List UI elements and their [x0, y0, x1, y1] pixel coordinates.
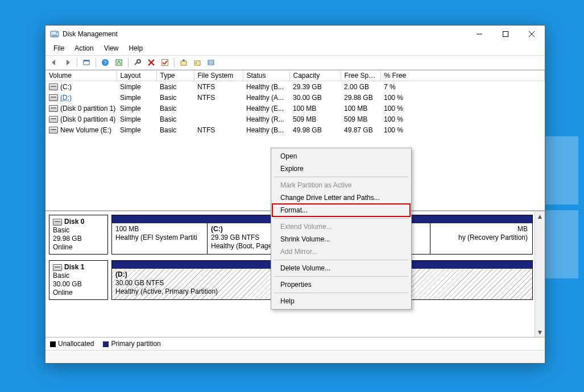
table-row[interactable]: (C:)SimpleBasicNTFSHealthy (B...29.39 GB… — [45, 81, 545, 93]
col-layout[interactable]: Layout — [117, 70, 156, 81]
check-button[interactable] — [159, 57, 171, 68]
drive-icon — [49, 105, 58, 112]
close-button[interactable] — [519, 26, 545, 43]
scroll-up-icon[interactable]: ▲ — [535, 211, 545, 221]
titlebar[interactable]: Disk Management — [45, 26, 545, 43]
legend-swatch-primary — [103, 341, 109, 347]
vertical-scrollbar[interactable]: ▲ ▼ — [535, 211, 545, 337]
cm-open[interactable]: Open — [272, 150, 410, 162]
disk0-partition-1[interactable]: 100 MB Healthy (EFI System Partiti — [112, 223, 208, 254]
action-wizard-button[interactable] — [113, 57, 125, 68]
disk-0-label[interactable]: Disk 0 Basic 29.98 GB Online — [49, 215, 108, 255]
list-button[interactable] — [205, 57, 217, 68]
volume-layout: Simple — [117, 92, 156, 103]
disk-0-type: Basic — [53, 226, 104, 235]
app-icon — [50, 30, 59, 39]
cm-help[interactable]: Help — [272, 295, 410, 307]
menu-action[interactable]: Action — [70, 44, 98, 53]
volume-status: Healthy (B... — [243, 124, 289, 135]
cm-change-letter[interactable]: Change Drive Letter and Paths... — [272, 191, 410, 204]
disk-1-size: 30.00 GB — [53, 280, 104, 289]
cm-mark-active: Mark Partition as Active — [272, 179, 410, 191]
disk-1-label[interactable]: Disk 1 Basic 30.00 GB Online — [49, 260, 108, 300]
legend-swatch-unallocated — [50, 341, 56, 347]
col-pct-free[interactable]: % Free — [380, 70, 545, 81]
disk-0-size: 29.98 GB — [53, 235, 104, 243]
disk-1-state: Online — [53, 289, 104, 297]
disk-button[interactable] — [191, 57, 204, 68]
disk-0-state: Online — [53, 243, 104, 252]
volume-name: (Disk 0 partition 1) — [60, 105, 115, 112]
cm-delete[interactable]: Delete Volume... — [272, 262, 410, 274]
volume-free: 509 MB — [341, 114, 380, 124]
forward-button[interactable] — [61, 57, 74, 68]
back-button[interactable] — [48, 57, 60, 68]
svg-point-13 — [196, 62, 197, 64]
disk-icon — [53, 219, 62, 226]
volume-type: Basic — [156, 114, 194, 124]
volume-type: Basic — [156, 103, 194, 114]
settings-button[interactable] — [80, 57, 93, 68]
table-row[interactable]: (D:)SimpleBasicNTFSHealthy (A...30.00 GB… — [45, 92, 545, 103]
volume-status: Healthy (E... — [243, 103, 289, 114]
volume-status: Healthy (A... — [243, 92, 289, 103]
col-free-space[interactable]: Free Spa... — [341, 70, 380, 81]
legend-primary: Primary partition — [111, 340, 160, 348]
volume-fs: NTFS — [194, 81, 243, 93]
volume-layout: Simple — [117, 81, 156, 93]
volume-free: 49.87 GB — [341, 124, 380, 135]
drive-icon — [49, 84, 58, 90]
col-volume[interactable]: Volume — [45, 70, 117, 81]
volume-status: Healthy (B... — [243, 81, 289, 93]
menu-view[interactable]: View — [100, 44, 123, 53]
table-row[interactable]: New Volume (E:)SimpleBasicNTFSHealthy (B… — [45, 124, 545, 135]
col-capacity[interactable]: Capacity — [289, 70, 341, 81]
menu-file[interactable]: File — [49, 44, 69, 53]
volume-name: New Volume (E:) — [60, 126, 111, 134]
volume-pct: 100 % — [380, 103, 545, 114]
context-menu: Open Explore Mark Partition as Active Ch… — [271, 148, 412, 310]
volume-free: 29.88 GB — [341, 92, 380, 103]
maximize-button[interactable] — [492, 26, 519, 43]
help-button[interactable]: ? — [99, 57, 111, 68]
volume-type: Basic — [156, 81, 194, 93]
volume-type: Basic — [156, 124, 194, 135]
volume-capacity: 30.00 GB — [289, 92, 341, 103]
table-row[interactable]: (Disk 0 partition 1)SimpleBasicHealthy (… — [45, 103, 545, 114]
volume-pct: 7 % — [380, 81, 545, 93]
volume-name: (C:) — [60, 83, 72, 91]
drive-icon — [49, 116, 58, 123]
cm-format[interactable]: Format... — [272, 204, 410, 216]
disk0-partition-recovery[interactable]: MB hy (Recovery Partition) — [430, 223, 532, 254]
legend-unallocated: Unallocated — [58, 340, 94, 348]
svg-rect-12 — [194, 61, 200, 65]
rescan-button[interactable] — [177, 57, 190, 68]
table-row[interactable]: (Disk 0 partition 4)SimpleBasicHealthy (… — [45, 114, 545, 124]
volume-pct: 100 % — [380, 124, 545, 135]
svg-rect-11 — [181, 61, 187, 65]
statusbar — [45, 350, 545, 363]
cm-shrink[interactable]: Shrink Volume... — [272, 233, 410, 245]
svg-rect-1 — [52, 35, 57, 36]
cm-properties[interactable]: Properties — [272, 278, 410, 291]
volume-free: 100 MB — [341, 103, 380, 114]
menubar: File Action View Help — [45, 43, 545, 55]
volume-fs: NTFS — [194, 124, 243, 135]
volume-name: (D:) — [60, 94, 72, 102]
volume-capacity: 100 MB — [289, 103, 341, 114]
drive-icon — [49, 94, 58, 101]
volume-name: (Disk 0 partition 4) — [60, 115, 115, 123]
window-title: Disk Management — [63, 30, 118, 38]
volume-status: Healthy (R... — [243, 114, 289, 124]
scroll-down-icon[interactable]: ▼ — [535, 327, 545, 337]
col-type[interactable]: Type — [156, 70, 194, 81]
delete-button[interactable] — [145, 57, 158, 68]
cm-explore[interactable]: Explore — [272, 162, 410, 175]
col-filesystem[interactable]: File System — [194, 70, 243, 81]
refresh-button[interactable] — [131, 57, 144, 68]
svg-rect-5 — [84, 60, 89, 61]
toolbar: ? — [45, 55, 545, 70]
menu-help[interactable]: Help — [125, 44, 148, 53]
minimize-button[interactable] — [466, 26, 492, 43]
col-status[interactable]: Status — [243, 70, 289, 81]
